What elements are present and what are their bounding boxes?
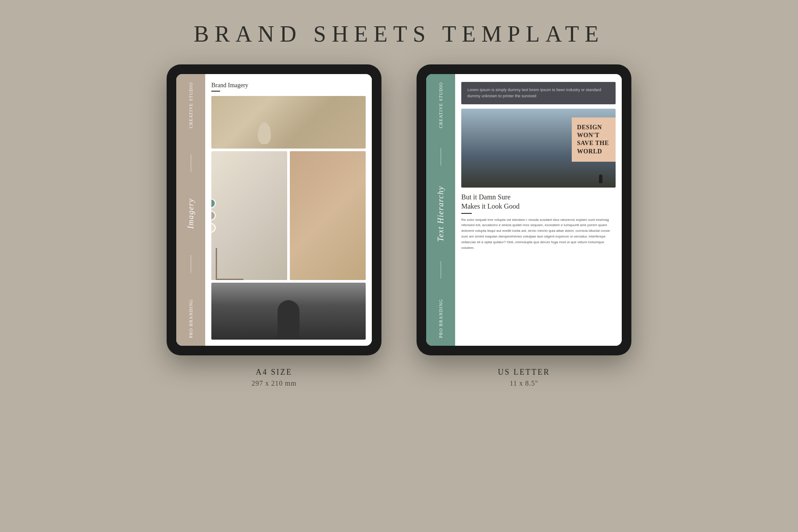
t2-heading-underline [461, 213, 472, 214]
t1-sidebar-line-top [191, 154, 191, 172]
t2-hierarchy-label: Text Hierarchy [436, 186, 445, 241]
t2-body-text: Ra solor sequati ime volupta vel slendam… [461, 217, 616, 251]
t2-top-label: Creative Studio [438, 82, 443, 128]
swatch-cream [211, 223, 216, 233]
t1-bottom-label: Pro Branding [189, 299, 193, 338]
t1-top-label: Creative Studio [189, 82, 193, 128]
t1-photos-middle-row [211, 151, 366, 280]
t1-heading-underline [211, 91, 220, 92]
tablet-us-letter: Creative Studio Text Hierarchy Pro Brand… [417, 64, 631, 355]
us-label-sub: 11 x 8.5" [417, 379, 631, 387]
tablet-a4: Creative Studio Imagery Pro Branding Bra… [167, 64, 381, 355]
us-letter-label: US LETTER 11 x 8.5" [417, 368, 631, 387]
t1-imagery-label: Imagery [186, 198, 196, 229]
tablet-us-sidebar: Creative Studio Text Hierarchy Pro Brand… [426, 74, 455, 346]
us-label-title: US LETTER [417, 368, 631, 377]
tablet-us-screen: Creative Studio Text Hierarchy Pro Brand… [426, 74, 622, 346]
swatch-taupe [211, 211, 216, 220]
t2-design-text-box: DESIGN WON'T SAVE THE WORLD [572, 117, 616, 162]
a4-label: A4 SIZE 297 x 210 mm [167, 368, 381, 387]
tablet-us-main: Lorem Ipsum is simply dummy text lorem I… [455, 74, 622, 346]
tablet-a4-screen: Creative Studio Imagery Pro Branding Bra… [176, 74, 372, 346]
swatch-green [211, 199, 216, 208]
tablet-a4-sidebar: Creative Studio Imagery Pro Branding [176, 74, 205, 346]
t2-bottom-label: Pro Branding [438, 299, 443, 338]
t1-photo-room [211, 151, 287, 280]
tablet-labels: A4 SIZE 297 x 210 mm US LETTER 11 x 8.5" [167, 368, 631, 387]
t1-color-swatches [211, 199, 216, 233]
a4-label-sub: 297 x 210 mm [167, 379, 381, 387]
t2-gray-box: Lorem Ipsum is simply dummy text lorem I… [461, 82, 616, 104]
t1-photo-vase [211, 96, 366, 149]
t2-main-heading: But it Damn Sure Makes it Look Good [461, 193, 616, 211]
t2-sidebar-line-bottom [441, 261, 441, 279]
t1-heading: Brand Imagery [211, 82, 366, 89]
tablets-container: Creative Studio Imagery Pro Branding Bra… [167, 64, 631, 355]
t2-sidebar-line-top [441, 148, 441, 166]
page-title: BRAND SHEETS TEMPLATE [194, 21, 605, 47]
tablet-a4-main: Brand Imagery [205, 74, 372, 346]
t2-hero-area: DESIGN WON'T SAVE THE WORLD [461, 109, 616, 188]
t1-photo-coffee [290, 151, 366, 280]
t1-photo-woman [211, 283, 366, 340]
a4-label-title: A4 SIZE [167, 368, 381, 377]
t1-sidebar-line-bottom [191, 255, 191, 273]
